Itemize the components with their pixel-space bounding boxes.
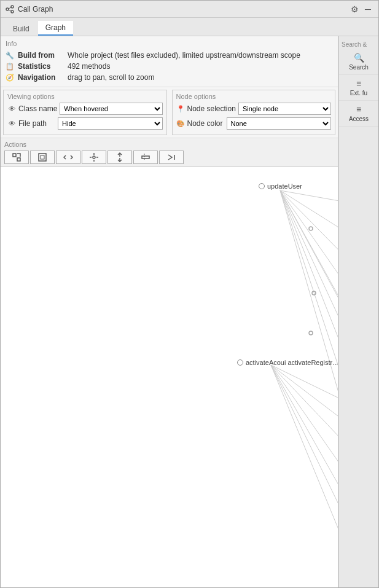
navigation-key: Navigation [18, 73, 64, 82]
svg-point-36 [309, 227, 313, 230]
build-value: Whole project (test files excluded), lim… [68, 51, 300, 60]
svg-line-21 [280, 190, 338, 269]
call-graph-icon [6, 5, 14, 14]
node-selection-icon: 📍 [176, 104, 185, 113]
right-item-ext[interactable]: ≡ Ext. fu [339, 75, 378, 101]
svg-line-29 [271, 365, 338, 413]
class-name-icon: 👁 [7, 104, 16, 113]
node-selection-select[interactable]: Single node Multiple nodes [238, 103, 331, 115]
graph-lines-svg [1, 167, 338, 587]
minimize-button[interactable]: ─ [362, 4, 373, 15]
center-button[interactable] [82, 151, 106, 164]
collapse-button[interactable] [133, 151, 158, 164]
svg-line-27 [280, 190, 338, 431]
tabs-bar: Build Graph [1, 18, 378, 36]
file-path-icon: 👁 [7, 119, 16, 128]
svg-line-26 [280, 190, 338, 401]
node-color-row: 🎨 Node color None By class By package [176, 117, 332, 130]
node-circle-activateAccount [237, 359, 243, 366]
tab-build[interactable]: Build [6, 22, 37, 36]
title-bar-left: Call Graph [6, 5, 53, 14]
right-item-search-label: Search [349, 64, 369, 71]
svg-line-28 [280, 190, 338, 456]
class-name-row: 👁 Class name When hovered Always Never [7, 103, 163, 115]
node-label-activateAccount: activateAcoui activateRegistr… [246, 359, 338, 366]
node-color-key: Node color [187, 119, 224, 128]
actions-buttons [4, 151, 334, 164]
window-title: Call Graph [18, 5, 53, 14]
right-section-label: Search & [339, 39, 378, 49]
node-color-icon: 🎨 [176, 119, 185, 128]
settings-button[interactable]: ⚙ [349, 4, 360, 15]
statistics-key: Statistics [18, 62, 64, 71]
svg-line-19 [280, 190, 338, 204]
svg-line-20 [280, 190, 338, 241]
node-selection-key: Node selection [187, 104, 236, 113]
statistics-value: 492 methods [68, 62, 110, 71]
file-path-row: 👁 File path Hide Show [7, 117, 163, 130]
node-options-label: Node options [176, 93, 332, 100]
node-color-select[interactable]: None By class By package [227, 117, 332, 130]
right-item-access-label: Access [349, 116, 369, 122]
left-panel: Info 🔧 Build from Whole project (test fi… [1, 36, 338, 587]
graph-canvas: updateUser activateAcoui activateRegistr… [1, 167, 338, 587]
class-name-select[interactable]: When hovered Always Never [60, 103, 162, 115]
actions-label: Actions [4, 141, 334, 148]
svg-rect-8 [41, 155, 44, 159]
class-name-key: Class name [18, 104, 57, 113]
search-icon: 🔍 [354, 53, 364, 63]
options-row: Viewing options 👁 Class name When hovere… [1, 87, 338, 138]
info-row-navigation: 🧭 Navigation drag to pan, scroll to zoom [6, 72, 333, 83]
svg-line-35 [271, 365, 338, 566]
svg-rect-5 [13, 154, 16, 157]
title-bar: Call Graph ⚙ ─ [1, 1, 378, 18]
tab-graph[interactable]: Graph [38, 21, 73, 36]
viewing-options-group: Viewing options 👁 Class name When hovere… [3, 90, 167, 135]
file-path-key: File path [18, 119, 55, 128]
svg-line-30 [271, 365, 338, 437]
svg-line-25 [280, 190, 338, 376]
fit-button[interactable] [4, 151, 29, 164]
info-label: Info [6, 40, 333, 47]
svg-line-33 [271, 365, 338, 517]
info-row-statistics: 📋 Statistics 492 methods [6, 61, 333, 72]
viewing-options-label: Viewing options [7, 93, 163, 100]
svg-line-24 [280, 190, 338, 351]
svg-line-23 [280, 190, 338, 321]
node-activateAccount[interactable]: activateAcoui activateRegistr… [237, 359, 338, 366]
right-item-access[interactable]: ≡ Access [339, 101, 378, 127]
svg-point-2 [11, 10, 14, 13]
main-content: Info 🔧 Build from Whole project (test fi… [1, 36, 378, 587]
svg-line-3 [9, 7, 11, 9]
node-selection-row: 📍 Node selection Single node Multiple no… [176, 103, 332, 115]
navigation-value: drag to pan, scroll to zoom [68, 73, 154, 82]
layout-button[interactable] [107, 151, 132, 164]
svg-point-0 [6, 8, 9, 10]
svg-rect-16 [142, 156, 149, 159]
next-button[interactable] [159, 151, 184, 164]
svg-point-37 [312, 291, 316, 295]
svg-point-1 [11, 6, 14, 8]
title-bar-actions: ⚙ ─ [349, 4, 373, 15]
navigation-icon: 🧭 [6, 73, 14, 82]
node-label-updateUser: updateUser [267, 182, 302, 190]
node-circle-updateUser [259, 183, 265, 189]
node-options-group: Node options 📍 Node selection Single nod… [172, 90, 336, 135]
code-button[interactable] [56, 151, 80, 164]
actions-bar: Actions [1, 138, 338, 167]
file-path-select[interactable]: Hide Show [58, 117, 163, 130]
svg-line-32 [271, 365, 338, 493]
graph-area[interactable]: updateUser activateAcoui activateRegistr… [1, 167, 338, 587]
svg-point-38 [309, 331, 313, 335]
ext-icon: ≡ [356, 79, 361, 88]
svg-rect-6 [17, 158, 20, 161]
svg-line-34 [271, 365, 338, 542]
svg-line-31 [271, 365, 338, 462]
statistics-icon: 📋 [6, 62, 14, 71]
call-graph-window: Call Graph ⚙ ─ Build Graph Info 🔧 Build … [0, 0, 379, 588]
expand-button[interactable] [30, 151, 55, 164]
info-row-build: 🔧 Build from Whole project (test files e… [6, 50, 333, 61]
right-item-search[interactable]: 🔍 Search [339, 49, 378, 75]
access-icon: ≡ [356, 104, 361, 114]
node-updateUser[interactable]: updateUser [259, 182, 302, 190]
